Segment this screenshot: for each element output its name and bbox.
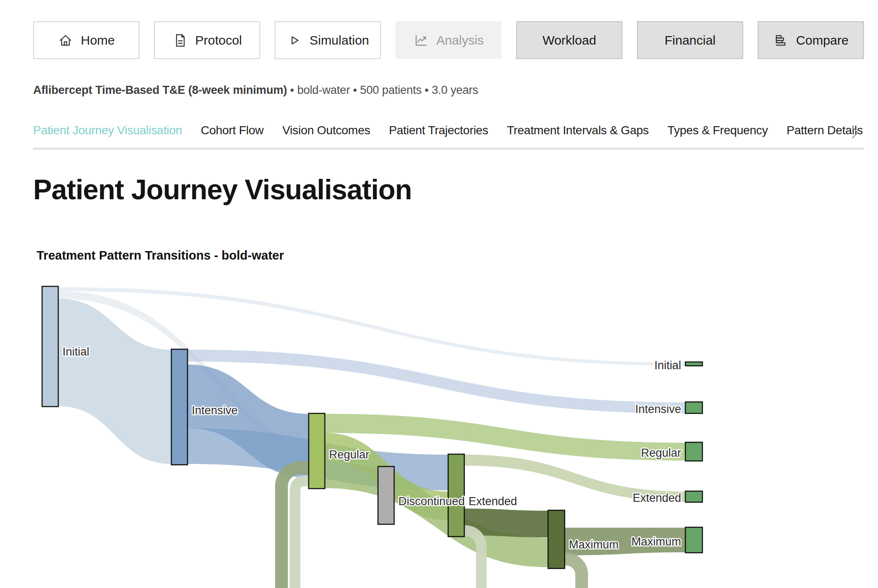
workload-button[interactable]: Workload (516, 21, 622, 59)
node-t_maximum[interactable] (685, 527, 702, 553)
toolbar: HomeProtocolSimulationAnalysisWorkloadFi… (33, 21, 864, 59)
bar-chart-icon (773, 33, 788, 48)
chart-line-icon (413, 33, 429, 48)
tab-treatment-intervals-gaps[interactable]: Treatment Intervals & Gaps (507, 120, 649, 147)
button-label: Workload (543, 33, 596, 48)
node-discontinued[interactable] (378, 466, 394, 524)
home-icon (58, 33, 73, 48)
flow-maximum-t_maximum (565, 528, 685, 555)
tab-cohort-flow[interactable]: Cohort Flow (201, 120, 264, 147)
node-label-t_intensive: Intensive (635, 403, 681, 416)
chevron-right-icon (846, 124, 863, 141)
protocol-name: Aflibercept Time-Based T&E (8-week minim… (33, 84, 287, 96)
flow-intensive-extended (188, 428, 448, 490)
node-label-t_initial: Initial (654, 359, 681, 372)
flow-initial-intensive (58, 299, 171, 464)
analysis-button[interactable]: Analysis (395, 21, 502, 59)
node-label-extended: Extended (469, 495, 517, 508)
node-maximum[interactable] (548, 510, 565, 568)
play-icon (287, 33, 302, 48)
loop-extended-3 (464, 531, 481, 588)
flow-extended-t_extended (464, 455, 685, 502)
flow-regular-t_regular (325, 414, 685, 461)
node-extended[interactable] (448, 454, 464, 537)
node-label-t_regular: Regular (641, 447, 681, 459)
protocol-summary: Aflibercept Time-Based T&E (8-week minim… (33, 84, 478, 97)
loop-regular-1 (281, 468, 309, 588)
tabs-overflow-chevron[interactable] (846, 124, 863, 141)
button-label: Compare (796, 33, 848, 48)
button-label: Analysis (436, 33, 484, 48)
flow-extended-maximum (464, 509, 548, 537)
tab-bar: Patient Journey VisualisationCohort Flow… (33, 120, 864, 150)
chart-title: Treatment Pattern Transitions - bold-wat… (37, 249, 284, 263)
node-t_regular[interactable] (685, 442, 702, 461)
flow-intensive-regular (188, 365, 309, 478)
protocol-button[interactable]: Protocol (154, 21, 260, 59)
flow-initial-t_initial (58, 287, 685, 366)
flow-regular-extended (325, 433, 448, 520)
node-label-discontinued: Discontinued (398, 495, 465, 508)
node-t_extended[interactable] (685, 491, 702, 502)
tab-patient-journey-visualisation[interactable]: Patient Journey Visualisation (33, 120, 182, 150)
protocol-meta: • bold-water • 500 patients • 3.0 years (287, 84, 478, 96)
node-initial[interactable] (42, 286, 58, 407)
flow-regular-maximum (325, 461, 548, 567)
node-label-initial: Initial (63, 345, 89, 358)
tab-types-frequency[interactable]: Types & Frequency (668, 120, 768, 147)
simulation-button[interactable]: Simulation (275, 21, 381, 59)
flow-initial-discontinued (58, 291, 378, 475)
document-icon (172, 33, 188, 48)
button-label: Home (81, 33, 115, 48)
tab-vision-outcomes[interactable]: Vision Outcomes (282, 120, 370, 147)
financial-button[interactable]: Financial (637, 21, 743, 59)
node-regular[interactable] (309, 413, 325, 489)
node-intensive[interactable] (171, 349, 188, 465)
loop-regular-2 (295, 481, 309, 588)
node-label-t_extended: Extended (633, 492, 681, 504)
button-label: Protocol (195, 33, 242, 48)
button-label: Simulation (310, 33, 369, 48)
page-title: Patient Journey Visualisation (33, 173, 412, 206)
button-label: Financial (665, 33, 716, 48)
node-label-t_maximum: Maximum (631, 535, 681, 548)
node-t_initial[interactable] (685, 362, 702, 366)
node-label-regular: Regular (329, 448, 369, 461)
node-label-maximum: Maximum (569, 538, 619, 551)
compare-button[interactable]: Compare (758, 21, 864, 59)
node-label-intensive: Intensive (192, 404, 238, 417)
tab-patient-trajectories[interactable]: Patient Trajectories (389, 120, 489, 147)
node-t_intensive[interactable] (685, 402, 702, 413)
loop-maximum-4 (565, 559, 582, 588)
app-window: HomeProtocolSimulationAnalysisWorkloadFi… (0, 0, 878, 588)
home-button[interactable]: Home (33, 21, 139, 59)
flow-intensive-t_intensive (188, 350, 685, 413)
